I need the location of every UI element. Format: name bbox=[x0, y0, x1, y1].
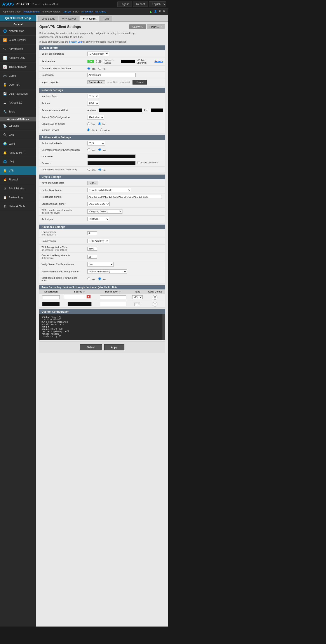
sidebar-item-usb-application[interactable]: 💾 USB Application bbox=[0, 89, 36, 98]
auth-settings-header: Authentication Settings bbox=[39, 135, 165, 140]
sidebar-item-game[interactable]: 🎮 Game bbox=[0, 72, 36, 80]
client-control-table: Select client instance 1: Amsterdam Serv… bbox=[39, 50, 165, 86]
vpn-icon: 🔒 bbox=[3, 168, 7, 173]
sidebar-label-aiprotection: AiProtection bbox=[9, 48, 23, 50]
auto-start-no-radio[interactable] bbox=[98, 67, 101, 70]
apply-button[interactable]: Apply bbox=[104, 344, 124, 350]
sidebar-item-network-tools[interactable]: 🛠 Network Tools bbox=[0, 202, 36, 211]
sidebar-item-open-nat[interactable]: 🔓 Open NAT bbox=[0, 80, 36, 89]
reboot-button[interactable]: Reboot bbox=[133, 2, 148, 7]
edit-keys-button[interactable]: Edit... bbox=[88, 181, 98, 185]
default-button[interactable]: Default bbox=[80, 344, 102, 350]
accept-dns-select[interactable]: Exclusive bbox=[87, 115, 104, 120]
sidebar-item-tools[interactable]: 🔧 Tools bbox=[0, 107, 36, 116]
tab-vpn-client[interactable]: VPN Client bbox=[80, 16, 100, 22]
row-password: Password Show password bbox=[39, 160, 165, 166]
tab-vpn-server[interactable]: VPN Server bbox=[59, 16, 79, 22]
operation-mode-link[interactable]: Wireless router bbox=[24, 10, 40, 13]
tls-channel-security-select[interactable]: Outgoing Auth (1) bbox=[88, 209, 122, 214]
routing-source-ip-input-2[interactable] bbox=[68, 302, 92, 306]
negotiable-ciphers-input[interactable] bbox=[88, 195, 162, 199]
sidebar-item-aicloud[interactable]: ☁ AiCloud 2.0 bbox=[0, 98, 36, 107]
sidebar: Quick Internet Setup General 🌐 Network M… bbox=[0, 15, 36, 626]
refresh-button[interactable]: Refresh bbox=[154, 60, 163, 63]
connection-retry-input[interactable] bbox=[88, 255, 97, 259]
system-log-link[interactable]: System Log bbox=[69, 40, 82, 43]
auth-digest-select[interactable]: SHA512 bbox=[88, 217, 109, 221]
client-instance-select[interactable]: 1: Amsterdam bbox=[88, 52, 109, 56]
up-only-yes-radio[interactable] bbox=[88, 168, 90, 171]
openvpn-mode-button[interactable]: OpenVPN bbox=[129, 24, 146, 29]
tab-vpn-status[interactable]: VPN Status bbox=[38, 16, 58, 22]
log-verbosity-input[interactable] bbox=[88, 231, 97, 235]
browse-button[interactable]: Durchsuchen... bbox=[88, 80, 105, 84]
sidebar-label-system-log: System Log bbox=[9, 196, 23, 199]
sidebar-label-wan: WAN bbox=[9, 142, 15, 145]
auth-mode-select[interactable]: TLS bbox=[88, 141, 105, 146]
inbound-allow-radio[interactable] bbox=[100, 128, 103, 131]
routing-desc-input-2[interactable] bbox=[42, 302, 60, 306]
up-only-no-radio[interactable] bbox=[98, 168, 101, 171]
service-toggle[interactable] bbox=[96, 60, 102, 63]
sidebar-item-alexa-ifttt[interactable]: 🔔 Alexa & IFTTT bbox=[0, 148, 36, 157]
tab-tor[interactable]: TOR bbox=[100, 16, 112, 22]
protocol-select[interactable]: UDP bbox=[87, 101, 99, 106]
sidebar-item-network-map[interactable]: 🌐 Network Map bbox=[0, 27, 36, 36]
ssid2-link[interactable]: RT-AX88U bbox=[95, 10, 106, 13]
logout-button[interactable]: Logout bbox=[117, 2, 132, 7]
ssid1-link[interactable]: RT-AX88U bbox=[81, 10, 93, 13]
server-address-input[interactable] bbox=[99, 108, 142, 112]
show-password-checkbox[interactable] bbox=[138, 161, 140, 164]
sidebar-item-wireless[interactable]: 📡 Wireless bbox=[0, 122, 36, 130]
custom-config-scrollbar[interactable] bbox=[162, 314, 165, 340]
routing-source-ip-input-1[interactable] bbox=[64, 295, 86, 299]
tls-renegotiation-input[interactable] bbox=[88, 247, 97, 250]
inbound-block-radio[interactable] bbox=[87, 128, 90, 131]
auto-start-yes-radio[interactable] bbox=[88, 67, 90, 70]
sidebar-item-administration[interactable]: ⚙ Administration bbox=[0, 184, 36, 193]
username-input[interactable] bbox=[88, 154, 136, 158]
verify-server-cert-select[interactable]: No bbox=[88, 262, 114, 266]
service-on-badge[interactable]: ON bbox=[88, 60, 94, 63]
sidebar-item-aiprotection[interactable]: 🛡 AiProtection bbox=[0, 44, 36, 54]
custom-config-text[interactable]: hand-window 120 inactive 604800 mute-rep… bbox=[42, 316, 163, 338]
create-nat-yes-radio[interactable] bbox=[87, 122, 90, 125]
password-input[interactable] bbox=[88, 161, 136, 165]
sidebar-item-lan[interactable]: 🔌 LAN bbox=[0, 130, 36, 139]
routing-iface-select-1[interactable]: VPN bbox=[132, 295, 143, 299]
sidebar-item-ipv6[interactable]: 🌐 IPv6 bbox=[0, 157, 36, 166]
description-input[interactable] bbox=[88, 73, 136, 77]
server-port-input[interactable] bbox=[151, 108, 163, 112]
cipher-negotiation-select[interactable]: Enable (with fallback) bbox=[88, 188, 131, 192]
compression-select[interactable]: LZO Adaptive bbox=[88, 239, 109, 243]
routing-dest-ip-input-1[interactable] bbox=[100, 295, 126, 299]
sidebar-label-wireless: Wireless bbox=[9, 124, 19, 127]
block-routed-no-radio[interactable] bbox=[98, 278, 101, 280]
force-internet-select[interactable]: Policy Rules (strict) bbox=[88, 269, 127, 274]
open-nat-icon: 🔓 bbox=[3, 82, 7, 87]
firmware-version-link[interactable]: 384.19 bbox=[63, 10, 71, 13]
sidebar-item-wan[interactable]: 🌍 WAN bbox=[0, 139, 36, 148]
legacy-cipher-select[interactable]: AES-128-CBC bbox=[88, 202, 110, 206]
language-select[interactable]: English bbox=[149, 1, 166, 7]
sidebar-item-vpn[interactable]: 🔒 VPN bbox=[0, 166, 36, 175]
sidebar-item-adaptive-qos[interactable]: 📊 Adaptive QoS bbox=[0, 54, 36, 62]
routing-desc-input-1[interactable] bbox=[42, 295, 60, 299]
routing-dest-ip-input-2[interactable] bbox=[100, 302, 126, 306]
up-auth-no-radio[interactable] bbox=[98, 148, 101, 151]
aicloud-icon: ☁ bbox=[3, 100, 7, 105]
interface-type-select[interactable]: TUN bbox=[87, 94, 99, 98]
sidebar-item-traffic-analyzer[interactable]: 📈 Traffic Analyzer bbox=[0, 62, 36, 72]
upload-button[interactable]: Upload bbox=[133, 80, 147, 84]
inbound-block-label: Block bbox=[87, 129, 98, 132]
block-routed-yes-radio[interactable] bbox=[88, 278, 90, 280]
quick-internet-setup[interactable]: Quick Internet Setup bbox=[0, 15, 36, 22]
routing-add-button[interactable]: ⊕ bbox=[153, 295, 157, 300]
pptp-l2tp-mode-button[interactable]: PPTP/L2TP bbox=[147, 24, 165, 29]
sidebar-item-firewall[interactable]: 🔥 Firewall bbox=[0, 175, 36, 184]
sidebar-item-system-log[interactable]: 📋 System Log bbox=[0, 193, 36, 202]
sidebar-item-guest-network[interactable]: 📶 Guest Network bbox=[0, 36, 36, 44]
up-auth-yes-radio[interactable] bbox=[88, 148, 90, 151]
routing-delete-button[interactable]: ⊖ bbox=[153, 302, 157, 306]
create-nat-no-radio[interactable] bbox=[98, 122, 101, 125]
